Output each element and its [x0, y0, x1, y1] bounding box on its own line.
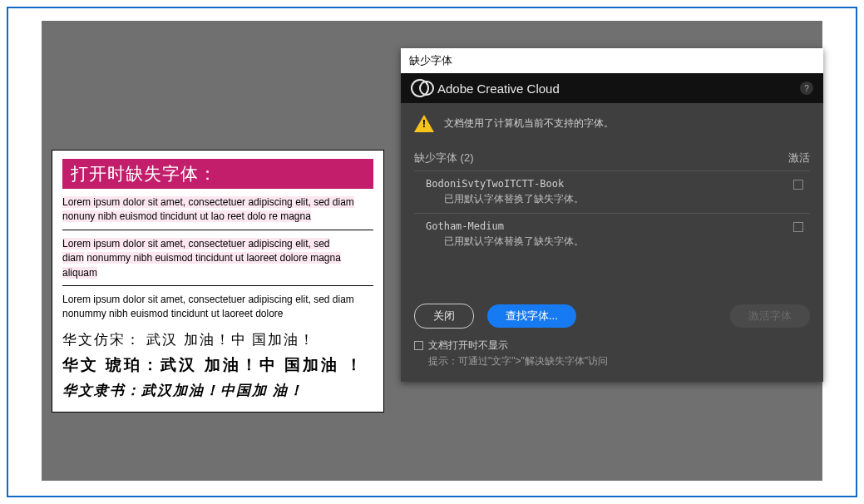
creative-cloud-bar: Adobe Creative Cloud ? — [401, 73, 823, 103]
font-item: Gotham-Medium 已用默认字体替换了缺失字体。 — [414, 213, 810, 255]
missing-fonts-dialog: 缺少字体 Adobe Creative Cloud ? 文档使用了计算机当前不支… — [401, 48, 823, 382]
dialog-actions: 关闭 查找字体... 激活字体 — [414, 304, 810, 329]
close-button[interactable]: 关闭 — [414, 304, 474, 329]
document-preview: 打开时缺失字体： Lorem ipsum dolor sit amet, con… — [52, 150, 384, 413]
divider — [62, 230, 373, 230]
doc-paragraph-3: Lorem ipsum dolor sit amet, consectetuer… — [62, 293, 373, 322]
doc-title-band: 打开时缺失字体： — [62, 159, 373, 189]
activate-checkbox[interactable] — [793, 222, 803, 232]
font-name: Gotham-Medium — [426, 220, 807, 232]
doc-paragraph-2: Lorem ipsum dolor sit amet, consectetuer… — [62, 237, 373, 280]
missing-count-label: 缺少字体 (2) — [414, 151, 474, 166]
creative-cloud-icon — [411, 79, 429, 97]
dont-show-checkbox[interactable] — [414, 341, 423, 350]
dialog-footer: 文档打开时不显示 提示：可通过"文字">"解决缺失字体"访问 — [414, 338, 810, 368]
dialog-titlebar[interactable]: 缺少字体 — [401, 48, 823, 73]
font-list-header: 缺少字体 (2) 激活 — [414, 151, 810, 166]
cn-line-fangsong: 华文仿宋： 武汉 加油！中 国加油！ — [62, 330, 373, 349]
dont-show-label: 文档打开时不显示 — [428, 338, 508, 353]
cn-line-lishu: 华文隶书：武汉加油！中国加 油！ — [62, 381, 373, 400]
font-substitution-msg: 已用默认字体替换了缺失字体。 — [426, 192, 807, 206]
warning-icon — [414, 115, 434, 132]
warning-row: 文档使用了计算机当前不支持的字体。 — [414, 115, 810, 132]
dialog-body: 文档使用了计算机当前不支持的字体。 缺少字体 (2) 激活 BodoniSvty… — [401, 103, 823, 382]
find-font-button[interactable]: 查找字体... — [487, 304, 576, 328]
activate-column-label: 激活 — [788, 151, 810, 166]
doc-paragraph-1: Lorem ipsum dolor sit amet, consectetuer… — [62, 195, 373, 225]
app-canvas: 打开时缺失字体： Lorem ipsum dolor sit amet, con… — [42, 21, 822, 481]
activate-fonts-button: 激活字体 — [730, 304, 810, 328]
outer-frame: 打开时缺失字体： Lorem ipsum dolor sit amet, con… — [7, 7, 857, 497]
font-substitution-msg: 已用默认字体替换了缺失字体。 — [426, 235, 807, 249]
cn-lines: 华文仿宋： 武汉 加油！中 国加油！ 华文 琥珀：武汉 加油！中 国加油 ！ 华… — [62, 330, 373, 400]
hint-text: 提示：可通过"文字">"解决缺失字体"访问 — [414, 354, 810, 368]
font-name: BodoniSvtyTwoITCTT-Book — [426, 178, 807, 190]
warning-text: 文档使用了计算机当前不支持的字体。 — [444, 116, 614, 131]
divider — [62, 285, 373, 286]
creative-cloud-label: Adobe Creative Cloud — [437, 82, 560, 96]
activate-checkbox[interactable] — [793, 180, 803, 190]
cn-line-hupo: 华文 琥珀：武汉 加油！中 国加油 ！ — [62, 354, 373, 376]
font-item: BodoniSvtyTwoITCTT-Book 已用默认字体替换了缺失字体。 — [414, 170, 810, 213]
help-icon[interactable]: ? — [800, 82, 813, 95]
